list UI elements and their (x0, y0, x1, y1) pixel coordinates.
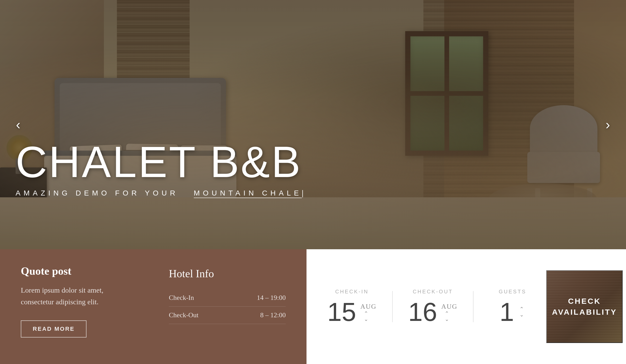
checkin-value-row: 15 Aug ⌃ ⌄ (327, 299, 377, 325)
checkin-chevrons: ⌃ ⌄ (362, 312, 376, 321)
divider-1 (392, 291, 393, 322)
guests-field: GUESTS 1 ⌃ ⌄ (489, 289, 536, 325)
hotel-info-area: Hotel Info Check-In 14 – 19:00 Check-Out… (169, 265, 286, 348)
checkout-info-label: Check-Out (169, 311, 198, 319)
slider-next-button[interactable]: › (597, 114, 618, 135)
checkin-up-chevron[interactable]: ⌃ (362, 312, 370, 315)
guests-chevrons: ⌃ ⌄ (518, 307, 525, 316)
hero-section: ‹ › CHALET B&B AMAZING DEMO FOR YOUR MOU… (0, 0, 626, 249)
checkin-day: 15 (327, 299, 356, 325)
hero-title: CHALET B&B (16, 140, 303, 184)
bottom-panel: Quote post Lorem ipsum dolor sit amet, c… (0, 249, 626, 364)
checkin-info-value: 14 – 19:00 (257, 294, 286, 302)
guests-count: 1 (500, 299, 514, 325)
check-availability-button[interactable]: CHECK AVAILABILITY (546, 270, 623, 343)
checkout-up-chevron[interactable]: ⌃ (443, 312, 451, 315)
checkout-info-value: 8 – 12:00 (260, 311, 286, 319)
divider-2 (473, 291, 474, 322)
checkout-month: Aug (441, 303, 457, 311)
checkin-label: CHECK-IN (335, 289, 369, 295)
checkin-unit: Aug ⌃ ⌄ (360, 303, 376, 321)
read-more-button[interactable]: READ MORE (21, 320, 86, 338)
checkout-down-chevron[interactable]: ⌄ (443, 317, 451, 321)
check-availability-text: CHECK AVAILABILITY (552, 296, 617, 318)
checkin-field: CHECK-IN 15 Aug ⌃ ⌄ (327, 289, 377, 325)
checkout-info-row: Check-Out 8 – 12:00 (169, 307, 286, 324)
brown-section: Quote post Lorem ipsum dolor sit amet, c… (0, 249, 307, 364)
checkout-chevrons: ⌃ ⌄ (443, 312, 457, 321)
quote-title: Quote post (21, 265, 138, 277)
hero-dark-overlay (0, 0, 626, 249)
checkin-month: Aug (360, 303, 376, 311)
booking-section: CHECK-IN 15 Aug ⌃ ⌄ CHECK-OUT (307, 249, 626, 364)
booking-fields: CHECK-IN 15 Aug ⌃ ⌄ CHECK-OUT (327, 289, 536, 325)
hero-content: CHALET B&B AMAZING DEMO FOR YOUR MOUNTAI… (16, 140, 303, 197)
guests-value-row: 1 ⌃ ⌄ (500, 299, 525, 325)
checkout-day: 16 (408, 299, 437, 325)
subtitle-static-text: AMAZING DEMO FOR YOUR (16, 189, 178, 197)
checkout-value-row: 16 Aug ⌃ ⌄ (408, 299, 458, 325)
checkin-info-label: Check-In (169, 294, 194, 302)
checkout-unit: Aug ⌃ ⌄ (441, 303, 457, 321)
checkout-label: CHECK-OUT (413, 289, 453, 295)
hotel-info-title: Hotel Info (169, 267, 286, 280)
checkout-field: CHECK-OUT 16 Aug ⌃ ⌄ (408, 289, 458, 325)
text-cursor (302, 190, 303, 197)
hero-subtitle: AMAZING DEMO FOR YOUR MOUNTAIN CHALE (16, 189, 303, 197)
checkin-info-row: Check-In 14 – 19:00 (169, 289, 286, 307)
guests-label: GUESTS (499, 289, 526, 295)
quote-text: Lorem ipsum dolor sit amet, consectetur … (21, 285, 138, 308)
subtitle-dynamic-text: MOUNTAIN CHALE (194, 189, 302, 198)
guests-down-chevron[interactable]: ⌄ (518, 313, 525, 316)
guests-up-chevron[interactable]: ⌃ (518, 307, 525, 311)
checkin-down-chevron[interactable]: ⌄ (362, 317, 370, 321)
slider-prev-button[interactable]: ‹ (8, 114, 29, 135)
quote-post-area: Quote post Lorem ipsum dolor sit amet, c… (21, 265, 138, 348)
